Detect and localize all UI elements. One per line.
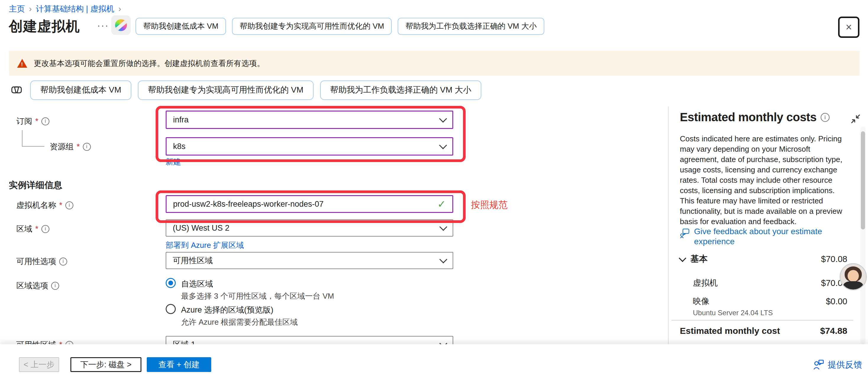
info-icon[interactable] <box>83 143 91 151</box>
resource-group-value: k8s <box>173 142 440 151</box>
copilot-outline-icon <box>9 83 24 97</box>
chip-high-availability-vm[interactable]: 帮助我创建专为实现高可用性而优化的 VM <box>138 81 314 100</box>
avatar[interactable] <box>840 263 867 290</box>
required-asterisk <box>35 224 38 234</box>
breadcrumb-section[interactable]: 计算基础结构 | 虚拟机 <box>36 4 114 14</box>
suggestion-chips-row: 帮助我创建低成本 VM 帮助我创建专为实现高可用性而优化的 VM 帮助我为工作负… <box>30 81 481 100</box>
vm-name-label: 虚拟机名称 <box>16 200 73 211</box>
info-icon[interactable] <box>41 225 50 233</box>
cost-item-row: 映像 $0.00 <box>680 296 847 307</box>
chevron-down-icon <box>439 255 447 263</box>
zone-options-label-text: 区域选项 <box>16 280 48 291</box>
radio-azure-selected-zones-desc: 允许 Azure 根据需要分配最佳区域 <box>181 317 298 327</box>
previous-button[interactable]: < 上一步 <box>19 357 59 372</box>
cost-panel-header: Estimated monthly costs <box>680 110 847 124</box>
create-new-link[interactable]: 新建 <box>166 157 181 167</box>
availability-options-value: 可用性区域 <box>173 255 440 266</box>
create-vm-page: 主页 计算基础结构 | 虚拟机 创建虚拟机 帮助我创建低成本 VM 帮助我创建专… <box>0 0 868 385</box>
next-disks-button[interactable]: 下一步: 磁盘 > <box>70 357 142 372</box>
chevron-down-icon <box>439 223 447 231</box>
resource-group-label-text: 资源组 <box>50 141 74 152</box>
availability-options-label: 可用性选项 <box>16 256 67 267</box>
subscription-label: 订阅 <box>16 116 50 127</box>
radio-azure-selected-zones-label[interactable]: Azure 选择的区域(预览版) <box>181 304 273 315</box>
info-icon[interactable] <box>821 113 830 122</box>
warning-text: 更改基本选项可能会重置所做的选择。创建虚拟机前查看所有选项。 <box>34 58 265 69</box>
chevron-right-icon <box>118 4 121 13</box>
copilot-button[interactable] <box>111 15 131 35</box>
scrollbar-track[interactable] <box>860 127 866 344</box>
info-icon[interactable] <box>51 282 59 290</box>
cost-total-amount: $74.88 <box>820 326 847 336</box>
required-asterisk <box>59 201 62 210</box>
cost-group-amount: $70.08 <box>821 254 847 264</box>
chip-high-availability-vm[interactable]: 帮助我创建专为实现高可用性而优化的 VM <box>232 18 392 35</box>
warning-icon <box>17 59 27 68</box>
cost-item-name: 映像 <box>680 296 709 307</box>
estimate-feedback-link[interactable]: Give feedback about your estimate experi… <box>680 226 840 247</box>
radio-self-selected-zones-label[interactable]: 自选区域 <box>181 279 213 289</box>
subscription-label-text: 订阅 <box>16 116 32 127</box>
required-asterisk <box>76 142 80 151</box>
info-icon[interactable] <box>65 201 73 210</box>
cost-item-subtext: Ubuntu Server 24.04 LTS <box>693 309 773 317</box>
vm-name-value: prod-usw2-k8s-freeleaps-worker-nodes-07 <box>173 200 438 209</box>
cost-item-row: 虚拟机 $70.08 <box>680 277 847 289</box>
vm-name-label-text: 虚拟机名称 <box>16 200 56 211</box>
cost-group-name: 基本 <box>690 253 708 265</box>
info-icon[interactable] <box>59 258 67 265</box>
resource-group-dropdown[interactable]: k8s <box>166 137 453 156</box>
required-asterisk <box>35 117 38 126</box>
collapse-panel-icon[interactable] <box>850 113 862 125</box>
chip-right-vm-size[interactable]: 帮助我为工作负载选择正确的 VM 大小 <box>320 81 482 100</box>
radio-self-selected-zones-desc: 最多选择 3 个可用性区域，每个区域一台 VM <box>181 291 334 301</box>
zone-options-label: 区域选项 <box>16 280 59 291</box>
estimate-feedback-text: Give feedback about your estimate experi… <box>694 226 840 247</box>
breadcrumb-home[interactable]: 主页 <box>9 4 25 14</box>
cost-panel-disclaimer: Costs indicated here are estimates only.… <box>680 134 848 227</box>
region-dropdown[interactable]: (US) West US 2 <box>166 219 453 236</box>
azure-extended-zones-link[interactable]: 部署到 Azure 扩展区域 <box>166 240 244 251</box>
warning-banner: 更改基本选项可能会重置所做的选择。创建虚拟机前查看所有选项。 <box>9 51 860 76</box>
subscription-dropdown[interactable]: infra <box>166 110 453 129</box>
info-icon[interactable] <box>41 118 50 125</box>
vm-name-input[interactable]: prod-usw2-k8s-freeleaps-worker-nodes-07 … <box>166 195 453 213</box>
region-label-text: 区域 <box>16 224 32 234</box>
scrollbar-thumb[interactable] <box>861 131 865 229</box>
chip-right-vm-size[interactable]: 帮助我为工作负载选择正确的 VM 大小 <box>398 18 544 35</box>
cost-panel-title: Estimated monthly costs <box>680 110 816 124</box>
chip-low-cost-vm[interactable]: 帮助我创建低成本 VM <box>135 18 226 35</box>
more-options-button[interactable] <box>97 20 109 31</box>
page-title: 创建虚拟机 <box>9 17 80 36</box>
region-value: (US) West US 2 <box>173 224 440 233</box>
give-feedback-text: 提供反馈 <box>828 359 862 371</box>
radio-azure-selected-zones[interactable] <box>166 304 176 314</box>
chevron-down-icon <box>439 141 447 149</box>
chip-low-cost-vm[interactable]: 帮助我创建低成本 VM <box>30 81 131 100</box>
header-suggestion-chips: 帮助我创建低成本 VM 帮助我创建专为实现高可用性而优化的 VM 帮助我为工作负… <box>135 18 544 35</box>
annotation-text: 按照规范 <box>471 199 508 211</box>
chevron-right-icon <box>29 4 32 13</box>
instance-details-header: 实例详细信息 <box>9 179 62 191</box>
chevron-down-icon <box>439 115 447 122</box>
cost-total-row: Estimated monthly cost $74.88 <box>680 326 847 336</box>
radio-self-selected-zones[interactable] <box>166 278 176 288</box>
region-label: 区域 <box>16 224 50 234</box>
availability-options-dropdown[interactable]: 可用性区域 <box>166 252 453 269</box>
resource-group-label: 资源组 <box>50 141 91 152</box>
cost-total-label: Estimated monthly cost <box>680 326 780 336</box>
feedback-bubbles-icon <box>680 226 690 239</box>
cost-divider <box>672 320 853 321</box>
chevron-down-icon[interactable] <box>679 254 686 262</box>
cost-group-row: 基本 $70.08 <box>680 253 847 265</box>
panel-divider <box>668 106 669 344</box>
review-create-button[interactable]: 查看 + 创建 <box>147 357 211 372</box>
subscription-value: infra <box>173 115 440 125</box>
availability-options-label-text: 可用性选项 <box>16 256 56 267</box>
tree-connector <box>22 130 23 146</box>
tree-connector <box>22 146 44 147</box>
close-button[interactable] <box>838 17 860 38</box>
breadcrumb: 主页 计算基础结构 | 虚拟机 <box>9 4 121 14</box>
give-feedback-link[interactable]: 提供反馈 <box>813 359 862 371</box>
valid-check-icon: ✓ <box>438 198 446 210</box>
